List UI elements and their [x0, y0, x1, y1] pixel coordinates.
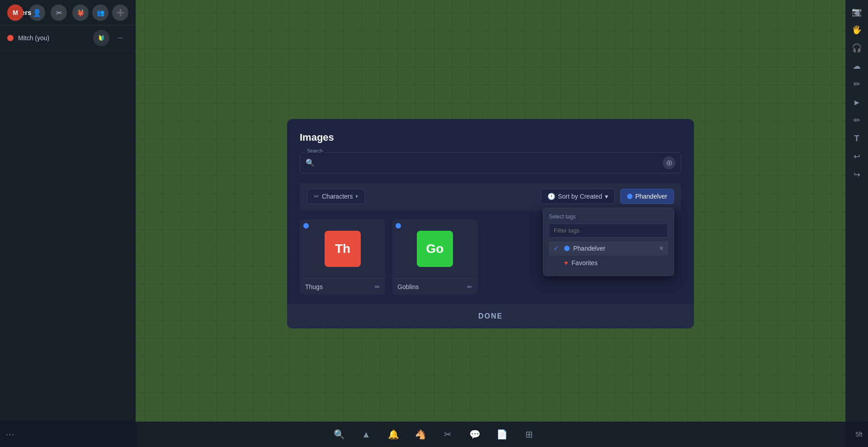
check-icon: ✓ [553, 245, 561, 252]
text-icon[interactable]: T [849, 130, 865, 147]
scale-label: 5ft [855, 431, 863, 438]
tag-item-favorites[interactable]: ✓ ♥ Favorites [549, 256, 668, 270]
category-label: Characters [322, 193, 353, 200]
modal-overlay: Images Search 🔍 ⊕ ✂ Characters ▾ 🕐 Sort … [136, 25, 845, 422]
done-button[interactable]: DONE [287, 304, 694, 328]
search-icon: 🔍 [306, 158, 315, 167]
item-footer-goblins: Goblins ✏ [392, 278, 478, 295]
filter-bar: ✂ Characters ▾ 🕐 Sort by Created ▾ Phand… [300, 182, 681, 210]
player-item: Mitch (you) 🔰 ⋯ [0, 25, 136, 51]
item-thumb-thugs: Th [300, 219, 386, 278]
top-bar: M 👤 ✂ ◀ [0, 0, 868, 25]
tag-item-phandelver[interactable]: ✓ Phandelver ✕ [549, 241, 668, 256]
horse-icon[interactable]: 🐴 [412, 426, 429, 442]
bottom-menu-icon[interactable]: ⋯ [5, 429, 14, 440]
thugs-initials: Th [335, 242, 350, 256]
item-dot-goblins [396, 223, 401, 228]
headset-icon[interactable]: 🎧 [849, 40, 865, 56]
item-footer-thugs: Thugs ✏ [300, 278, 386, 295]
chat-icon[interactable]: 💬 [467, 426, 483, 442]
tag-dropdown: Select tags ✓ Phandelver ✕ ✓ ♥ Favorites [543, 208, 674, 276]
collapse-icon[interactable]: ◀ [848, 5, 864, 21]
sort-label: Sort by Created [558, 193, 602, 200]
item-card-goblins[interactable]: Go Goblins ✏ [392, 219, 478, 295]
tag-remove-icon[interactable]: ✕ [659, 245, 664, 252]
search-container: Search 🔍 ⊕ [300, 152, 681, 173]
edit-icon[interactable]: ✏ [849, 112, 865, 128]
sidebar-right: 📷 🖐 🎧 ☁ ✏ ▶ ✏ T ↩ ↪ [845, 0, 868, 447]
pencil-icon[interactable]: ✏ [849, 76, 865, 92]
goblins-name: Goblins [397, 283, 419, 290]
tag-phandelver-label: Phandelver [573, 245, 605, 252]
player-name: Mitch (you) [18, 34, 89, 42]
filter-category-icon: ✂ [314, 193, 319, 200]
goblins-initials: Go [426, 242, 444, 256]
top-bar-left: M 👤 ✂ [7, 5, 67, 21]
search-add-button[interactable]: ⊕ [663, 157, 675, 169]
top-bar-right: ◀ [848, 0, 868, 25]
tag-label: Phandelver [635, 193, 667, 200]
player-menu-icon[interactable]: ⋯ [112, 30, 128, 46]
bell-icon[interactable]: 🔔 [385, 426, 401, 442]
thugs-edit-button[interactable]: ✏ [375, 283, 380, 290]
search-input-wrap: 🔍 ⊕ [300, 152, 681, 173]
search-input[interactable] [318, 159, 659, 166]
tag-filter-input[interactable] [549, 224, 668, 238]
sort-button[interactable]: 🕐 Sort by Created ▾ [541, 189, 615, 204]
item-card-thugs[interactable]: Th Thugs ✏ [300, 219, 386, 295]
check-empty-icon: ✓ [553, 259, 561, 266]
tag-color-dot [627, 194, 632, 199]
redo-icon[interactable]: ↪ [849, 166, 865, 183]
player-badge-icon[interactable]: 🔰 [93, 30, 109, 46]
settings-icon[interactable]: ✂ [51, 5, 67, 21]
thugs-name: Thugs [305, 283, 323, 290]
tag-phandelver-dot [564, 246, 570, 251]
user-avatar[interactable]: M [7, 5, 24, 21]
search-bottom-icon[interactable]: 🔍 [331, 426, 347, 442]
undo-icon[interactable]: ↩ [849, 148, 865, 165]
item-thumb-goblins: Go [392, 219, 478, 278]
bottom-bar: ⋯ 🔍 ▲ 🔔 🐴 ✂ 💬 📄 ⊞ 5ft [0, 422, 868, 447]
category-filter-button[interactable]: ✂ Characters ▾ [307, 189, 365, 204]
chevron-down-icon: ▾ [355, 193, 358, 200]
heart-icon: ♥ [564, 259, 568, 266]
sidebar-left: Players 👹 👥 ➕ Mitch (you) 🔰 ⋯ [0, 0, 136, 447]
goblins-icon-box: Go [417, 231, 453, 267]
user-icon[interactable]: 👤 [29, 5, 45, 21]
tag-filter-button[interactable]: Phandelver [620, 189, 674, 204]
player-action-icons: 🔰 ⋯ [93, 30, 128, 46]
item-dot-thugs [303, 223, 309, 228]
thugs-icon-box: Th [325, 231, 361, 267]
clock-icon: 🕐 [547, 193, 555, 200]
notes-icon[interactable]: 📄 [494, 426, 510, 442]
tag-favorites-label: Favorites [571, 259, 598, 266]
scissors-icon[interactable]: ✂ [439, 426, 456, 442]
tag-dropdown-title: Select tags [549, 214, 668, 220]
upload-icon[interactable]: ▲ [358, 426, 374, 442]
tag-filter-container: Phandelver Select tags ✓ Phandelver ✕ [620, 189, 674, 204]
sort-chevron-icon: ▾ [605, 193, 608, 200]
search-label: Search [305, 148, 325, 153]
goblins-edit-button[interactable]: ✏ [467, 283, 472, 290]
arrow-right-icon[interactable]: ▶ [849, 94, 865, 110]
modal-title: Images [300, 132, 681, 143]
cloud-icon[interactable]: ☁ [849, 58, 865, 74]
grid-icon[interactable]: ⊞ [521, 426, 537, 442]
player-status-dot [7, 35, 14, 41]
images-modal: Images Search 🔍 ⊕ ✂ Characters ▾ 🕐 Sort … [287, 119, 694, 328]
